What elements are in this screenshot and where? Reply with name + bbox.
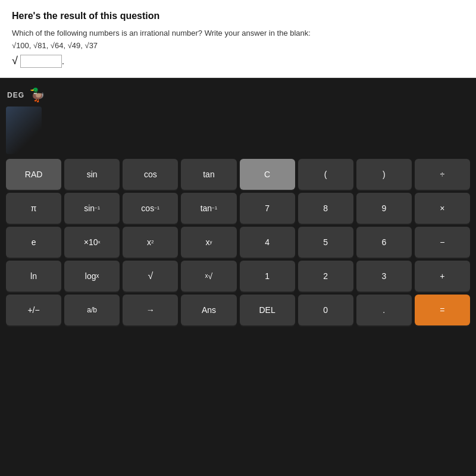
btn-equals[interactable]: = (415, 295, 470, 325)
btn-ln[interactable]: ln (6, 261, 61, 292)
btn-0[interactable]: 0 (298, 295, 353, 325)
btn-7[interactable]: 7 (240, 193, 295, 224)
calculator: DEG 🦆 RAD sin cos tan C ( ) ÷ π sin−1 co… (0, 78, 476, 476)
content-area: Here's the result of this question Which… (0, 0, 476, 78)
btn-fraction[interactable]: a/b (64, 295, 120, 325)
btn-ans[interactable]: Ans (181, 295, 236, 325)
btn-square[interactable]: x2 (123, 227, 178, 258)
btn-2[interactable]: 2 (298, 261, 353, 292)
btn-9[interactable]: 9 (356, 193, 412, 224)
btn-arrow[interactable]: → (123, 295, 178, 325)
btn-add[interactable]: + (415, 261, 470, 292)
btn-divide[interactable]: ÷ (415, 159, 470, 190)
btn-tan[interactable]: tan (181, 159, 236, 190)
question-body: Which of the following numbers is an irr… (12, 29, 311, 37)
btn-multiply[interactable]: × (415, 193, 470, 224)
btn-close-paren[interactable]: ) (356, 159, 412, 190)
calc-buttons: RAD sin cos tan C ( ) ÷ π sin−1 cos−1 ta… (0, 154, 476, 330)
btn-1[interactable]: 1 (240, 261, 295, 292)
btn-6[interactable]: 6 (356, 227, 412, 258)
btn-sin[interactable]: sin (64, 159, 120, 190)
btn-4[interactable]: 4 (240, 227, 295, 258)
btn-cos[interactable]: cos (123, 159, 178, 190)
btn-e[interactable]: e (6, 227, 61, 258)
numbers-list: √100, √81, √64, √49, √37 (12, 41, 98, 50)
btn-cos-inv[interactable]: cos−1 (123, 193, 178, 224)
btn-sqrt[interactable]: √ (123, 261, 178, 292)
answer-row: √ . (12, 55, 464, 68)
deg-label: DEG (7, 91, 24, 99)
btn-nth-root[interactable]: x√ (181, 261, 236, 292)
btn-log[interactable]: logx (64, 261, 120, 292)
btn-clear[interactable]: C (240, 159, 295, 190)
question-text: Which of the following numbers is an irr… (12, 27, 464, 52)
btn-power[interactable]: xy (181, 227, 236, 258)
answer-blank[interactable] (20, 55, 62, 68)
btn-subtract[interactable]: − (415, 227, 470, 258)
btn-open-paren[interactable]: ( (298, 159, 353, 190)
period: . (62, 57, 64, 66)
btn-plus-minus[interactable]: +/− (6, 295, 61, 325)
result-title: Here's the result of this question (12, 11, 464, 21)
btn-tan-inv[interactable]: tan−1 (181, 193, 236, 224)
btn-5[interactable]: 5 (298, 227, 353, 258)
sqrt-prefix: √ (12, 55, 18, 67)
btn-8[interactable]: 8 (298, 193, 353, 224)
btn-rad[interactable]: RAD (6, 159, 61, 190)
btn-sin-inv[interactable]: sin−1 (64, 193, 120, 224)
btn-del[interactable]: DEL (240, 295, 295, 325)
btn-decimal[interactable]: . (356, 295, 412, 325)
duck-icon: 🦆 (29, 87, 45, 103)
calc-display (6, 107, 470, 154)
calc-header: DEG 🦆 (0, 84, 476, 107)
btn-3[interactable]: 3 (356, 261, 412, 292)
btn-pi[interactable]: π (6, 193, 61, 224)
btn-sci-notation[interactable]: ×10x (64, 227, 120, 258)
